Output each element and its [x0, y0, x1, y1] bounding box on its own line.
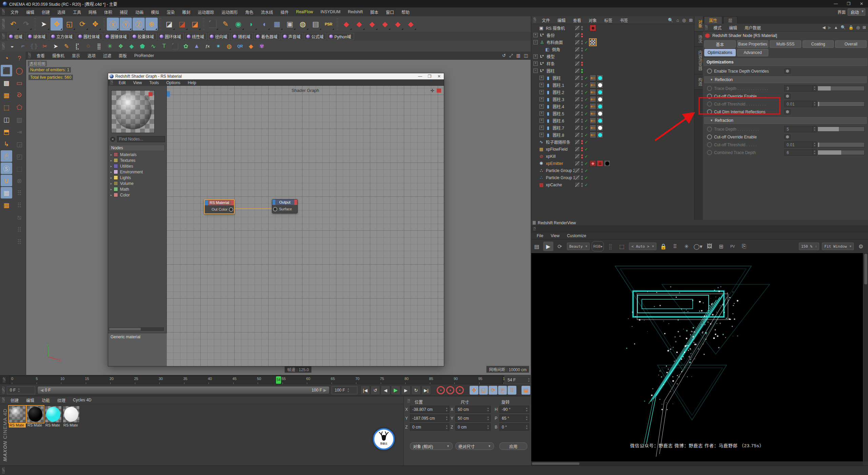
renderview-hscrollbar[interactable] — [531, 462, 863, 466]
object-toggles[interactable]: ✓ — [575, 125, 589, 130]
material-menu-handle[interactable] — [2, 397, 5, 402]
menu-item-Customize[interactable]: Customize — [563, 233, 590, 238]
window-close-icon[interactable]: ✕ — [434, 74, 444, 79]
stepper-icon[interactable]: ▲▼ — [812, 86, 816, 91]
enable-check-icon[interactable]: ✓ — [585, 111, 589, 116]
menu-item-View[interactable]: View — [547, 233, 563, 238]
object-name[interactable]: 样条 — [547, 61, 555, 66]
size-z-field[interactable]: 0 cm▲▼ — [455, 423, 491, 431]
enable-check-icon[interactable]: ✓ — [585, 47, 589, 52]
disabled-tool-icon[interactable]: ⧅ — [14, 211, 25, 223]
object-name[interactable]: 圆柱 — [547, 68, 555, 74]
next-key-icon[interactable]: ▶ — [401, 385, 411, 395]
object-name[interactable]: 圆柱.5 — [553, 111, 564, 116]
redshift-light-icon[interactable]: ◆ — [340, 18, 352, 31]
modeling-toolbar-handle[interactable] — [2, 42, 5, 50]
attribute-menu-handle[interactable] — [705, 25, 708, 30]
render-view-icon[interactable]: ◪ — [163, 18, 175, 31]
object-row[interactable]: +▮圆柱.8✓ — [531, 131, 694, 138]
close-button[interactable]: ✕ — [855, 1, 868, 6]
viewport-menu-handle[interactable] — [28, 53, 31, 58]
field-button-径向域[interactable]: 径向域 — [208, 33, 230, 40]
visibility-dots[interactable] — [581, 176, 583, 180]
layer-toggle-icon[interactable] — [575, 33, 580, 38]
enable-check-icon[interactable]: ✓ — [585, 140, 589, 145]
palette-hscrollbar[interactable] — [109, 327, 164, 331]
layer-toggle-icon[interactable] — [575, 25, 580, 31]
expander-icon[interactable]: + — [539, 83, 544, 87]
layer-toggle-icon[interactable] — [575, 118, 580, 123]
layer-toggle-icon[interactable] — [575, 40, 580, 45]
stepper-icon[interactable]: ▲▼ — [812, 150, 816, 155]
dots-grid-icon[interactable]: ⣿ — [94, 41, 104, 51]
record-options-icon[interactable]: ● — [455, 386, 464, 395]
object-toggles[interactable]: ✓ — [575, 139, 589, 145]
menu-item-Options[interactable]: Options — [163, 80, 184, 85]
expander-icon[interactable]: ▸ — [109, 182, 114, 185]
checkbox[interactable] — [784, 94, 791, 99]
tag-phong[interactable] — [590, 110, 596, 117]
surface-port[interactable] — [273, 207, 277, 211]
light-icon[interactable]: ◍ — [297, 18, 309, 31]
object-name[interactable]: 圆柱.3 — [553, 96, 564, 102]
render-canvas[interactable]: 微信公众号：野鹿志 微博：野鹿志 作者：马鹿野郎 （23.75s） — [531, 253, 863, 461]
brush-icon[interactable]: ✎ — [61, 41, 72, 51]
attribute-tab-层[interactable]: 层 — [723, 16, 737, 24]
workplane-rotate-icon[interactable]: ▦ — [1, 199, 12, 211]
stepper-icon[interactable]: ▲▼ — [525, 416, 529, 421]
visibility-dots[interactable] — [581, 140, 583, 144]
object-name[interactable]: 倒角 — [552, 46, 560, 52]
dots-grid-icon[interactable]: ⠿ — [14, 187, 25, 198]
expander-icon[interactable]: - — [533, 69, 538, 73]
object-name[interactable]: xpKill — [546, 154, 556, 159]
layer-toggle-icon[interactable] — [575, 75, 580, 80]
viewport-solo-icon[interactable]: 🖰 — [1, 150, 12, 162]
node-category-volume[interactable]: ▸Volume — [109, 180, 164, 186]
menu-item-RealFlow[interactable]: RealFlow — [292, 10, 317, 14]
tag-rs-mat[interactable]: ◆ — [590, 160, 596, 167]
expander-icon[interactable]: - — [533, 40, 538, 44]
layer-toggle-icon[interactable] — [575, 61, 580, 66]
expander-icon[interactable]: + — [539, 97, 544, 101]
visibility-dots[interactable] — [581, 33, 583, 37]
plus-icon[interactable]: ⊞ — [863, 25, 866, 30]
object-row[interactable]: +▮圆柱.7✓ — [531, 124, 694, 131]
object-name[interactable]: 备份 — [547, 32, 555, 38]
menu-item-角色[interactable]: 角色 — [241, 9, 257, 15]
menu-item-动画[interactable]: 动画 — [132, 9, 147, 15]
menu-item-渲染[interactable]: 渲染 — [163, 9, 178, 15]
visibility-dots[interactable] — [581, 133, 583, 137]
object-toggles[interactable]: ✓ — [575, 40, 589, 45]
object-row[interactable]: ∿粒子跟随样条✓ — [531, 138, 694, 146]
attribute-tab-属性[interactable]: 属性 — [704, 16, 722, 24]
enable-check-icon[interactable]: ✓ — [585, 154, 589, 159]
tag-phong[interactable] — [590, 132, 596, 138]
field-button-圆柱体域[interactable]: 圆柱体域 — [77, 33, 102, 40]
object-toggles[interactable]: ✓ — [575, 90, 589, 95]
expander-icon[interactable]: + — [539, 111, 544, 116]
gem-icon[interactable]: ◆ — [126, 41, 137, 51]
menu-item-Redshift[interactable]: Redshift — [344, 10, 367, 14]
preview-range-slider[interactable]: ◀0 F 100 F▶ — [37, 386, 330, 394]
menu-item-编辑[interactable]: 编辑 — [22, 397, 38, 403]
globe-grid-icon[interactable]: ◍ — [224, 41, 234, 51]
enable-check-icon[interactable]: ✓ — [585, 76, 589, 80]
rotation-h-field[interactable]: -90 °▲▼ — [499, 406, 529, 413]
layer-toggle-icon[interactable] — [575, 168, 580, 173]
material-page-icon[interactable]: ▤ — [310, 18, 322, 31]
timeline-track[interactable]: 0510152025303540455055606570758085909510… — [9, 376, 502, 384]
object-name[interactable]: 圆柱.8 — [553, 132, 564, 138]
tag-mat-white[interactable] — [597, 96, 603, 102]
status-handle[interactable] — [2, 467, 5, 474]
disabled-tool-icon[interactable]: ◲ — [14, 138, 25, 150]
grid-icon[interactable]: ⠿ — [670, 242, 680, 251]
tag-phong[interactable] — [590, 75, 596, 81]
object-toggles[interactable]: ✓ — [575, 161, 589, 166]
expander-icon[interactable]: + — [539, 118, 544, 123]
lock-z-axis-icon[interactable]: Ⓩ — [133, 18, 145, 31]
object-row[interactable]: +▮圆柱.1✓ — [531, 81, 694, 89]
attr-tab-button-Coating[interactable]: Coating — [803, 40, 834, 48]
current-frame-field[interactable]: 54 F▲▼ — [505, 376, 532, 384]
field-button-立方体域[interactable]: 立方体域 — [50, 33, 75, 40]
field-button-线性域[interactable]: 线性域 — [185, 33, 207, 40]
